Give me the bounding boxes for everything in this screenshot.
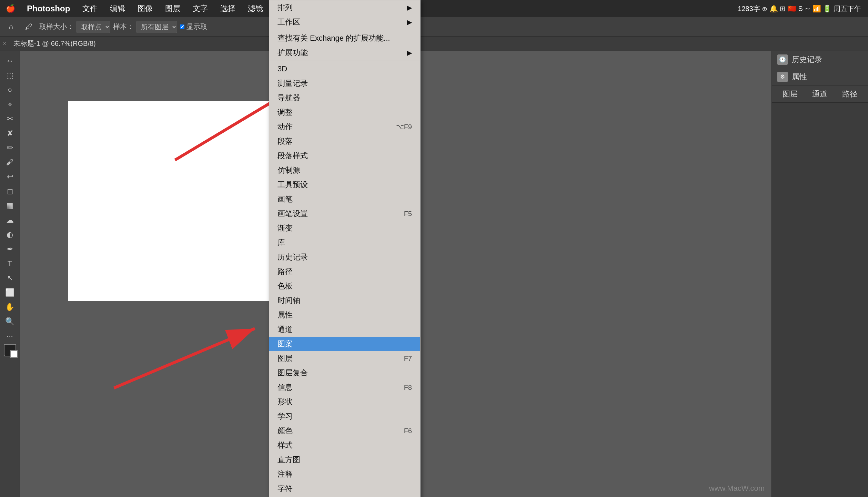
actions-shortcut: ⌥F9: [396, 123, 412, 131]
tool-select-lasso[interactable]: ○: [2, 83, 18, 97]
menu-item-3d[interactable]: 3D: [269, 62, 420, 76]
menu-item-paragraph[interactable]: 段落: [269, 134, 420, 149]
patterns-label: 图案: [277, 339, 293, 349]
paths-label[interactable]: 路径: [842, 89, 857, 99]
menu-item-navigator[interactable]: 导航器: [269, 91, 420, 105]
menu-item-properties[interactable]: 属性: [269, 308, 420, 322]
tool-crop[interactable]: ⌖: [2, 98, 18, 111]
tool-healing[interactable]: ✘: [2, 127, 18, 140]
menu-item-styles[interactable]: 样式: [269, 438, 420, 453]
menu-item-brush[interactable]: 画笔: [269, 192, 420, 206]
info-label: 信息: [277, 382, 293, 393]
sample-size-label: 取样大小：: [39, 22, 74, 31]
tool-stamp[interactable]: 🖋: [2, 156, 18, 169]
menu-edit[interactable]: 编辑: [104, 0, 131, 17]
menu-item-measure[interactable]: 测量记录: [269, 76, 420, 91]
menu-item-swatches[interactable]: 色板: [269, 279, 420, 293]
sample-size-select[interactable]: 取样点: [77, 21, 110, 33]
menu-filter[interactable]: 滤镜: [242, 0, 269, 17]
menu-item-workspace[interactable]: 工作区 ▶: [269, 15, 420, 29]
menu-item-character[interactable]: 字符: [269, 481, 420, 496]
menu-image[interactable]: 图像: [131, 0, 159, 17]
tool-path-select[interactable]: ↖: [2, 272, 18, 285]
menu-item-histogram[interactable]: 直方图: [269, 453, 420, 467]
tool-gradient[interactable]: ▦: [2, 199, 18, 212]
menu-item-tool-presets[interactable]: 工具预设: [269, 178, 420, 192]
tool-history-brush[interactable]: ↩: [2, 170, 18, 183]
tool-eraser[interactable]: ◻: [2, 185, 18, 198]
tool-presets-label: 工具预设: [277, 180, 308, 190]
menu-item-paths[interactable]: 路径: [269, 264, 420, 279]
layers-shortcut: F7: [404, 355, 412, 363]
home-icon[interactable]: ⌂: [3, 19, 19, 34]
channels-label[interactable]: 通道: [812, 89, 827, 99]
menu-item-gradient[interactable]: 渐变: [269, 221, 420, 235]
menu-item-notes[interactable]: 注释: [269, 467, 420, 481]
menu-select[interactable]: 选择: [214, 0, 242, 17]
tool-more[interactable]: ···: [2, 329, 18, 343]
notes-label: 注释: [277, 469, 293, 479]
swatches-label: 色板: [277, 281, 293, 291]
info-shortcut: F8: [404, 384, 412, 392]
right-panel-history: 🕐 历史记录: [772, 51, 868, 68]
menu-item-adjustment[interactable]: 调整: [269, 105, 420, 120]
menu-file[interactable]: 文件: [76, 0, 104, 17]
menu-item-learn[interactable]: 学习: [269, 409, 420, 424]
separator-1: [269, 30, 420, 30]
menu-item-arrange[interactable]: 排列 ▶: [269, 0, 420, 15]
apple-logo-icon[interactable]: 🍎: [0, 0, 21, 17]
menu-item-info[interactable]: 信息 F8: [269, 380, 420, 395]
tab-bar: × 未标题-1 @ 66.7%(RGB/8): [0, 37, 868, 51]
menu-item-shapes[interactable]: 形状: [269, 395, 420, 409]
menu-item-layers[interactable]: 图层 F7: [269, 351, 420, 366]
library-label: 库: [277, 237, 285, 248]
clone-source-label: 仿制源: [277, 165, 300, 175]
paragraph-label: 段落: [277, 136, 293, 146]
history-icon: 🕐: [777, 54, 788, 65]
history-label-dd: 历史记录: [277, 252, 308, 262]
timeline-label: 时间轴: [277, 295, 300, 306]
eyedropper-icon[interactable]: 🖊: [21, 19, 37, 34]
sample-select[interactable]: 所有图层: [137, 21, 177, 33]
menu-item-channels[interactable]: 通道: [269, 322, 420, 337]
tool-text[interactable]: T: [2, 257, 18, 270]
tab-close-button[interactable]: ×: [0, 40, 9, 47]
menu-photoshop[interactable]: Photoshop: [21, 0, 76, 17]
menu-item-patterns[interactable]: 图案: [269, 337, 420, 351]
brush-settings-label: 画笔设置: [277, 209, 308, 219]
menu-item-clone-source[interactable]: 仿制源: [269, 163, 420, 178]
menu-item-actions[interactable]: 动作 ⌥F9: [269, 120, 420, 134]
menu-layer[interactable]: 图层: [159, 0, 186, 17]
menu-item-timeline[interactable]: 时间轴: [269, 293, 420, 308]
tool-zoom[interactable]: 🔍: [2, 315, 18, 328]
menu-item-history[interactable]: 历史记录: [269, 250, 420, 264]
tool-shape[interactable]: ⬜: [2, 286, 18, 299]
tool-pen[interactable]: ✒: [2, 243, 18, 256]
menu-item-layer-comps[interactable]: 图层复合: [269, 366, 420, 380]
exchange-label: 查找有关 Exchange 的扩展功能...: [277, 33, 390, 43]
styles-label: 样式: [277, 440, 293, 450]
tool-blur[interactable]: ☁: [2, 214, 18, 227]
tool-dodge[interactable]: ◐: [2, 228, 18, 241]
character-label: 字符: [277, 484, 293, 494]
menu-item-paragraph-style[interactable]: 段落样式: [269, 149, 420, 163]
paths-label-dd: 路径: [277, 266, 293, 277]
layers-label-dd: 图层: [277, 353, 293, 364]
tool-hand[interactable]: ✋: [2, 301, 18, 314]
menu-item-exchange[interactable]: 查找有关 Exchange 的扩展功能...: [269, 31, 420, 45]
menu-text[interactable]: 文字: [186, 0, 214, 17]
tool-foreground-color[interactable]: [4, 344, 16, 356]
layers-label[interactable]: 图层: [783, 89, 798, 99]
menu-item-color[interactable]: 颜色 F6: [269, 424, 420, 438]
menu-item-extensions[interactable]: 扩展功能 ▶: [269, 45, 420, 60]
properties-label-dd: 属性: [277, 310, 293, 320]
tool-select-rect[interactable]: ⬚: [2, 69, 18, 82]
tool-move[interactable]: ↔: [2, 54, 18, 68]
workspace-label: 工作区: [277, 17, 300, 27]
menu-item-brush-settings[interactable]: 画笔设置 F5: [269, 206, 420, 221]
show-checkbox[interactable]: [180, 24, 184, 29]
tool-slice[interactable]: ✂: [2, 112, 18, 125]
tool-brush[interactable]: ✏: [2, 141, 18, 154]
show-check[interactable]: 显示取: [180, 22, 207, 31]
menu-item-library[interactable]: 库: [269, 235, 420, 250]
